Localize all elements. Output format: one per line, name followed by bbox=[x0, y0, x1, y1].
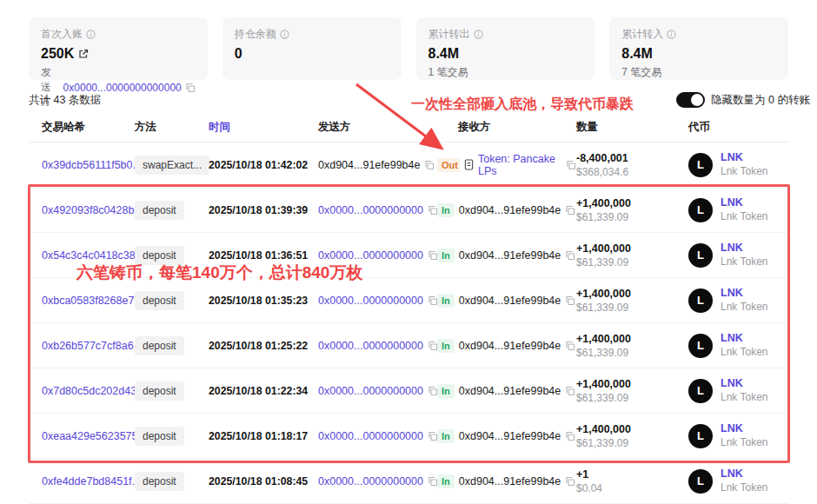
header-amount[interactable]: 数量 bbox=[576, 120, 678, 135]
token-symbol[interactable]: LNK bbox=[721, 151, 768, 165]
amount-usd: $61,339.09 bbox=[576, 211, 678, 223]
tx-hash-link[interactable]: 0xbca0583f8268e7... bbox=[42, 295, 143, 307]
contract-icon bbox=[464, 159, 474, 170]
token-symbol[interactable]: LNK bbox=[721, 196, 768, 210]
direction-badge: In bbox=[437, 384, 455, 398]
sender-address[interactable]: 0xd904...91efe99b4e bbox=[318, 159, 420, 171]
copy-icon[interactable] bbox=[565, 295, 575, 306]
amount-value: +1,400,000 bbox=[576, 288, 678, 300]
token-symbol[interactable]: LNK bbox=[721, 377, 768, 391]
receiver-address[interactable]: 0xd904...91efe99b4e bbox=[459, 249, 561, 262]
amount-value: +1,400,000 bbox=[576, 423, 678, 435]
stat-card-total-out: 累计转出 8.4M 1 笔交易 bbox=[416, 17, 595, 80]
first-sender-address-link[interactable]: 0x0000...0000000000000 bbox=[63, 82, 182, 94]
method-chip: deposit bbox=[135, 381, 184, 401]
method-chip: deposit bbox=[135, 472, 184, 491]
table-row: 0x7d80c5dc202d43... deposit 2025/10/18 0… bbox=[29, 368, 788, 414]
header-method[interactable]: 方法 bbox=[135, 120, 209, 135]
copy-icon[interactable] bbox=[565, 341, 575, 351]
method-chip: deposit bbox=[135, 291, 184, 310]
stat-sub: 7 笔交易 bbox=[621, 65, 661, 80]
token-symbol[interactable]: LNK bbox=[721, 422, 768, 436]
receiver-address[interactable]: 0xd904...91efe99b4e bbox=[459, 475, 561, 487]
token-logo: L bbox=[688, 198, 713, 222]
token-name: Lnk Token bbox=[721, 436, 768, 449]
info-icon[interactable] bbox=[280, 30, 289, 39]
amount-usd: $61,339.09 bbox=[576, 256, 678, 269]
direction-badge: In bbox=[437, 339, 455, 353]
token-symbol[interactable]: LNK bbox=[721, 242, 768, 255]
tx-hash-link[interactable]: 0x39dcb56111f5b0... bbox=[42, 159, 142, 171]
copy-icon[interactable] bbox=[424, 160, 435, 170]
external-link-icon[interactable] bbox=[78, 49, 89, 59]
tx-hash-link[interactable]: 0x7d80c5dc202d43... bbox=[42, 385, 146, 397]
table-body: 0x39dcb56111f5b0... swapExact... 2025/10… bbox=[29, 143, 788, 504]
table-row: 0xeaa429e5623575... deposit 2025/10/18 0… bbox=[29, 414, 788, 459]
sender-address[interactable]: 0x0000...0000000000 bbox=[318, 204, 423, 216]
sender-address[interactable]: 0x0000...0000000000 bbox=[318, 249, 423, 262]
amount-value: +1,400,000 bbox=[576, 378, 678, 390]
token-name: Lnk Token bbox=[721, 165, 768, 178]
info-icon[interactable] bbox=[667, 30, 676, 39]
info-icon[interactable] bbox=[474, 30, 483, 39]
tx-hash-link[interactable]: 0xeaa429e5623575... bbox=[42, 430, 147, 442]
stat-value: 250K bbox=[41, 46, 74, 62]
sender-address[interactable]: 0x0000...0000000000 bbox=[318, 385, 423, 397]
method-chip: deposit bbox=[135, 246, 184, 265]
header-token[interactable]: 代币 bbox=[678, 120, 788, 135]
token-symbol[interactable]: LNK bbox=[721, 468, 768, 481]
token-logo: L bbox=[688, 424, 713, 448]
direction-badge: Out bbox=[437, 158, 460, 172]
token-logo: L bbox=[688, 153, 713, 177]
receiver-address[interactable]: 0xd904...91efe99b4e bbox=[459, 295, 561, 307]
tx-time: 2025/10/18 01:39:39 bbox=[209, 204, 308, 216]
copy-icon[interactable] bbox=[565, 250, 575, 261]
receiver-address[interactable]: 0xd904...91efe99b4e bbox=[459, 340, 561, 352]
stat-label: 首次入账 bbox=[41, 27, 83, 42]
direction-badge: In bbox=[437, 203, 455, 217]
copy-icon[interactable] bbox=[565, 431, 575, 441]
direction-badge: In bbox=[437, 294, 455, 308]
header-sender[interactable]: 发送方 bbox=[318, 120, 437, 135]
receiver-address[interactable]: Token: Pancake LPs bbox=[478, 153, 561, 177]
header-tx-hash[interactable]: 交易哈希 bbox=[42, 120, 135, 135]
copy-icon[interactable] bbox=[185, 83, 196, 93]
hide-zero-toggle[interactable] bbox=[676, 92, 705, 108]
tx-hash-link[interactable]: 0xfe4dde7bd8451f... bbox=[42, 475, 141, 487]
amount-value: +1 bbox=[576, 468, 678, 481]
amount-usd: $61,339.09 bbox=[576, 437, 678, 449]
info-icon[interactable] bbox=[86, 30, 96, 39]
table-row: 0x54c3c4c0418c38... deposit 2025/10/18 0… bbox=[29, 233, 788, 278]
table-row: 0x39dcb56111f5b0... swapExact... 2025/10… bbox=[29, 143, 788, 188]
tx-hash-link[interactable]: 0x54c3c4c0418c38... bbox=[42, 249, 144, 262]
tx-hash-link[interactable]: 0xb26b577c7cf8a6... bbox=[42, 340, 143, 352]
sender-address[interactable]: 0x0000...0000000000 bbox=[318, 295, 423, 307]
tx-hash-link[interactable]: 0x492093f8c0428b... bbox=[42, 204, 143, 216]
receiver-address[interactable]: 0xd904...91efe99b4e bbox=[459, 385, 561, 397]
receiver-address[interactable]: 0xd904...91efe99b4e bbox=[459, 204, 561, 216]
stat-value: 8.4M bbox=[621, 46, 653, 62]
token-logo: L bbox=[688, 469, 713, 494]
copy-icon[interactable] bbox=[566, 160, 576, 170]
header-time[interactable]: 时间 bbox=[209, 120, 318, 135]
tx-time: 2025/10/18 01:25:22 bbox=[209, 340, 308, 352]
copy-icon[interactable] bbox=[565, 386, 575, 396]
header-receiver[interactable]: 接收方 bbox=[437, 120, 576, 135]
copy-icon[interactable] bbox=[565, 205, 575, 216]
tx-time: 2025/10/18 01:08:45 bbox=[209, 475, 308, 487]
record-count: 共计 43 条数据 bbox=[29, 93, 101, 108]
sender-address[interactable]: 0x0000...0000000000 bbox=[318, 340, 423, 352]
copy-icon[interactable] bbox=[565, 476, 575, 487]
sender-address[interactable]: 0x0000...0000000000 bbox=[318, 475, 423, 487]
sender-address[interactable]: 0x0000...0000000000 bbox=[318, 430, 423, 442]
stat-label: 持仓余额 bbox=[235, 27, 276, 42]
tx-time: 2025/10/18 01:22:34 bbox=[209, 385, 308, 397]
stat-card-total-in: 累计转入 8.4M 7 笔交易 bbox=[609, 17, 788, 80]
receiver-address[interactable]: 0xd904...91efe99b4e bbox=[459, 430, 561, 442]
token-symbol[interactable]: LNK bbox=[721, 287, 768, 301]
token-symbol[interactable]: LNK bbox=[721, 332, 768, 346]
method-chip: deposit bbox=[135, 336, 184, 355]
amount-value: +1,400,000 bbox=[576, 197, 678, 209]
amount-usd: $0.04 bbox=[576, 482, 678, 494]
amount-value: +1,400,000 bbox=[576, 242, 678, 255]
